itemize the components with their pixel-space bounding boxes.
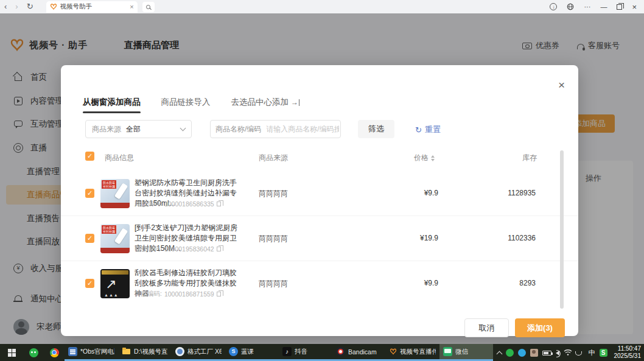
name-filter-label: 商品名称/编码: [215, 124, 261, 135]
tab-selection-center[interactable]: 去选品中心添加 →: [231, 97, 300, 113]
search-input[interactable]: [266, 125, 339, 133]
product-code: 商品编码: 10000186871559: [135, 290, 221, 298]
modal-scrollbar[interactable]: [560, 150, 564, 309]
globe-icon[interactable]: [567, 3, 574, 10]
reset-button[interactable]: ↻ 重置: [415, 124, 441, 135]
ime-indicator[interactable]: 中: [589, 349, 595, 357]
lanke-icon: S: [229, 347, 238, 356]
taskbar-app-label: 格式工厂 X64 ...: [187, 348, 222, 356]
source-filter-label: 商品来源: [92, 124, 121, 135]
select-all-checkbox[interactable]: ✓: [85, 152, 94, 161]
table-row[interactable]: ✓ 防水防霉 密封补漏 [到手2支送铲刀]强力塑钢泥厨房卫生间密封胶美缝填隙专用…: [61, 216, 578, 261]
copy-icon[interactable]: [217, 247, 221, 251]
taskbar-app-label: 抖音: [295, 348, 307, 356]
bandicam-icon: [336, 347, 345, 356]
reset-label: 重置: [425, 124, 441, 135]
taskbar-app-label: 视频号直播伴侣: [400, 348, 436, 356]
taskbar-app-bandicam[interactable]: Bandicam: [332, 344, 386, 361]
modal-close-icon[interactable]: ×: [558, 79, 565, 92]
chevron-down-icon: [180, 125, 186, 131]
col-source: 商品来源: [259, 153, 288, 163]
col-price[interactable]: 价格: [414, 153, 435, 163]
row-checkbox[interactable]: ✓: [85, 234, 94, 243]
taskbar-app-wechat-desktop[interactable]: 微信: [439, 344, 493, 361]
code-label: 商品编码:: [135, 200, 162, 208]
source-filter-dropdown[interactable]: 商品来源 全部: [85, 120, 192, 138]
notepad-icon: [68, 347, 77, 356]
source-filter-value: 全部: [126, 124, 181, 135]
download-icon[interactable]: ↓: [550, 3, 557, 10]
tab-label: 商品链接导入: [161, 97, 211, 108]
tab-label: 从橱窗添加商品: [83, 97, 141, 108]
tab-title: 视频号助手: [60, 2, 127, 11]
browser-refresh-button[interactable]: ↻: [23, 0, 38, 13]
taskbar-chrome-pinned[interactable]: [44, 344, 65, 361]
product-stock: 8293: [475, 279, 536, 287]
channels-favicon-icon: [50, 3, 57, 10]
tray-expand-icon[interactable]: [496, 351, 502, 357]
taskbar-app-label: Bandicam: [348, 348, 377, 356]
volume-icon[interactable]: [556, 351, 559, 356]
wifi-icon[interactable]: [564, 349, 572, 356]
tab-label: 去选品中心添加: [231, 97, 289, 108]
product-code: 商品编码: 10000186586335: [135, 200, 221, 208]
tray-wechat-icon[interactable]: [506, 349, 514, 357]
thumb-badge: 防水防霉 密封补漏: [102, 225, 116, 234]
table-row[interactable]: ✓ 防水防霉 密封补漏 塑钢泥防水防霉卫生间厨房洗手台密封胶填缝剂美缝封边补漏专…: [61, 171, 578, 216]
thumb-badge: 防水防霉 密封补漏: [102, 180, 116, 189]
copy-icon[interactable]: [217, 292, 221, 296]
start-button[interactable]: [0, 344, 23, 361]
battery-icon[interactable]: [542, 351, 551, 356]
taskbar-app-douyin[interactable]: ♪ 抖音: [279, 344, 332, 361]
taskbar: *Obs官网电脑... D:\视频号直播... 格式工厂 X64 ... S 蓝…: [0, 344, 644, 361]
code-value: 10000186871559: [164, 290, 214, 298]
app-page: 视频号 · 助手 直播商品管理 优惠券 客服账号 首页 内容管理 互动管理 直播…: [0, 13, 644, 344]
filter-button[interactable]: 筛选: [358, 120, 394, 138]
tab-add-from-showcase[interactable]: 从橱窗添加商品: [83, 97, 141, 113]
taskbar-app-live-companion[interactable]: 视频号直播伴侣: [386, 344, 439, 361]
more-icon[interactable]: ···: [584, 3, 590, 10]
thumb-gold-bar: [102, 270, 128, 275]
tray-date: 2025/5/31: [614, 352, 642, 360]
product-price: ¥9.9: [377, 189, 438, 197]
external-link-icon: →: [291, 99, 299, 106]
taskbar-app-formatfactory[interactable]: 格式工厂 X64 ...: [172, 344, 225, 361]
taskbar-wechat-pinned[interactable]: [23, 344, 44, 361]
taskbar-app-obs[interactable]: *Obs官网电脑...: [65, 344, 118, 361]
clock[interactable]: 11:50:47 2025/5/31: [612, 345, 642, 360]
name-search-box[interactable]: 商品名称/编码: [210, 120, 341, 138]
windows-icon: [8, 349, 16, 357]
product-code: 商品编码: 10000195836042: [135, 245, 221, 253]
tab-close-icon[interactable]: ×: [130, 3, 133, 10]
code-label: 商品编码:: [135, 290, 162, 298]
thumb-strip: [100, 248, 130, 253]
taskbar-app-lanke[interactable]: S 蓝课: [225, 344, 279, 361]
tray-avatar-icon[interactable]: [530, 349, 538, 357]
tray-messenger-icon[interactable]: [518, 349, 526, 357]
copy-icon[interactable]: [217, 202, 221, 206]
confirm-add-button[interactable]: 添加(3): [515, 318, 565, 337]
product-stock: 1102336: [475, 234, 536, 242]
cancel-button[interactable]: 取消: [464, 318, 509, 337]
wechat-icon: [29, 348, 38, 357]
product-source: 苘苘苘苘: [259, 234, 288, 244]
row-checkbox[interactable]: ✓: [85, 189, 94, 198]
taskbar-app-folder[interactable]: D:\视频号直播...: [118, 344, 172, 361]
product-thumbnail: 防水防霉 密封补漏: [100, 179, 130, 208]
close-window-icon[interactable]: ×: [632, 2, 637, 12]
folder-icon: [122, 347, 131, 356]
row-checkbox[interactable]: ✓: [85, 279, 94, 288]
minimize-icon[interactable]: —: [600, 3, 607, 10]
douyin-icon: ♪: [282, 347, 292, 356]
code-value: 10000195836042: [164, 245, 214, 253]
add-product-modal: × 从橱窗添加商品 商品链接导入 去选品中心添加 → 商品来源 全部 商品名称/…: [61, 65, 578, 336]
taskbar-app-label: *Obs官网电脑...: [80, 348, 114, 356]
browser-tab[interactable]: 视频号助手 ×: [46, 1, 138, 13]
tab-import-link[interactable]: 商品链接导入: [161, 97, 211, 113]
restore-icon[interactable]: [617, 4, 622, 10]
browser-forward-button[interactable]: ›: [11, 0, 22, 13]
sogou-icon[interactable]: S: [600, 349, 607, 357]
tab-search-button[interactable]: [142, 2, 155, 12]
browser-back-button[interactable]: ‹: [0, 0, 11, 13]
table-row[interactable]: ✓ ↗ ▲▲▲ 刮胶器毛刺修边清硅胶刮刀璃胶刮胶板多功能专用打胶美缝抹胶神器 商…: [61, 261, 578, 306]
